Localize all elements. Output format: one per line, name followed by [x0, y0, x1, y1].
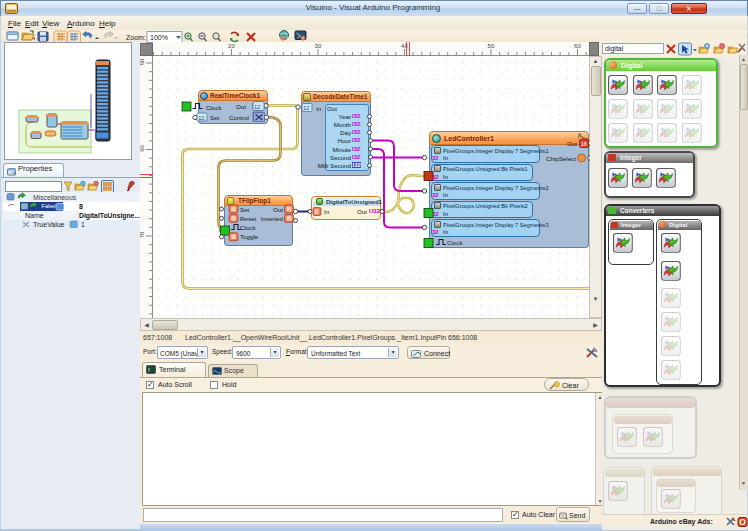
- svg-text:50: 50: [488, 43, 495, 49]
- svg-text:12: 12: [303, 105, 309, 111]
- svg-text:Name: Name: [25, 212, 44, 219]
- svg-text:8: 8: [79, 203, 83, 210]
- svg-text:60: 60: [574, 43, 581, 49]
- svg-text:DigitalToUnsigne...: DigitalToUnsigne...: [79, 212, 140, 220]
- svg-text:40: 40: [401, 43, 408, 49]
- svg-text:70: 70: [140, 231, 145, 238]
- svg-text:50: 50: [140, 58, 145, 65]
- svg-text:Miscellaneous: Miscellaneous: [33, 194, 77, 201]
- svg-text:TrueValue: TrueValue: [33, 221, 65, 228]
- svg-text:12: 12: [198, 115, 204, 121]
- svg-text:18: 18: [581, 141, 587, 147]
- svg-text:12: 12: [254, 104, 260, 110]
- svg-text:100%: 100%: [150, 34, 168, 41]
- svg-text:30: 30: [315, 43, 322, 49]
- svg-text:60: 60: [140, 145, 145, 152]
- svg-text:Zoom:: Zoom:: [126, 34, 146, 41]
- svg-text:20: 20: [228, 43, 235, 49]
- svg-text:1: 1: [81, 221, 85, 228]
